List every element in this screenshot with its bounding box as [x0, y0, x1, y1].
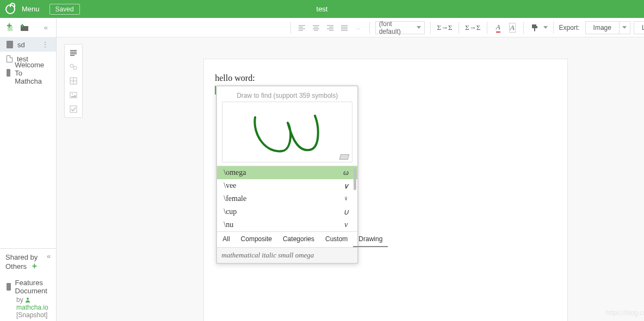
svg-point-1: [70, 64, 73, 67]
text-tool-icon[interactable]: [68, 48, 79, 58]
tree-item-label: sd: [17, 41, 25, 49]
document-icon: [7, 41, 13, 48]
highlight-color-icon[interactable]: A: [507, 22, 518, 34]
result-item-female[interactable]: \female ♀: [217, 192, 357, 205]
new-file-icon[interactable]: [5, 23, 15, 33]
align-center-icon[interactable]: [311, 22, 321, 34]
tab-custom[interactable]: Custom: [320, 232, 353, 247]
export-image-button[interactable]: Image: [585, 21, 630, 34]
scrollbar-thumb[interactable]: [354, 168, 356, 190]
saved-status-button[interactable]: Saved: [49, 4, 80, 15]
app-logo-icon: [5, 4, 15, 14]
table-tool-icon[interactable]: [68, 76, 79, 86]
watermark-text: https://blog.csdn.net/×@51CTO博客: [606, 309, 644, 318]
sigma-transform-icon[interactable]: Σ→Σ: [436, 22, 453, 34]
format-toolbar: ... (font default) Σ→Σ Σ→Σ A A Expo: [57, 18, 644, 37]
image-tool-icon[interactable]: [68, 90, 79, 100]
symbol-description: mathematical italic small omega: [217, 247, 357, 263]
svg-rect-6: [70, 106, 77, 112]
result-item-omega[interactable]: \omega ω: [217, 166, 357, 179]
tab-all[interactable]: All: [217, 232, 235, 247]
popup-tabs: All Composite Categories Custom Drawing: [217, 231, 357, 247]
caret-down-icon[interactable]: [543, 26, 548, 29]
main-area: ... (font default) Σ→Σ Σ→Σ A A Expo: [57, 18, 644, 321]
shared-doc-label: Features Document: [15, 279, 50, 295]
caret-down-icon: [622, 26, 627, 29]
shared-doc-meta: by mathcha.io [Snapshot]: [0, 296, 56, 321]
collapse-sidebar-icon[interactable]: «: [41, 23, 51, 33]
export-label: Export:: [559, 24, 580, 32]
tree-item-label: Welcome To Mathcha: [15, 61, 49, 85]
eraser-icon[interactable]: [339, 154, 350, 160]
document-text-line: hello word:: [215, 73, 556, 83]
align-justify-icon[interactable]: [339, 22, 350, 34]
shapes-tool-icon[interactable]: [68, 62, 79, 72]
align-right-icon[interactable]: [325, 22, 336, 34]
ellipsis-icon[interactable]: ...: [353, 22, 364, 34]
sidebar-tools: «: [0, 18, 56, 37]
add-shared-icon[interactable]: +: [32, 261, 37, 270]
document-icon: [7, 69, 10, 77]
results-list: \omega ω \vee ∨ \female ♀ \cup ∪: [217, 166, 357, 231]
svg-point-5: [72, 93, 73, 95]
document-title: test: [317, 5, 328, 13]
shared-section: Shared by Others + «: [0, 248, 56, 275]
tree-item-welcome[interactable]: Welcome To Mathcha: [0, 66, 56, 80]
shared-document-item[interactable]: Features Document: [0, 275, 56, 296]
draw-canvas[interactable]: [222, 102, 352, 162]
text-color-icon[interactable]: A: [493, 22, 504, 34]
new-folder-icon[interactable]: [20, 23, 29, 33]
format-paint-icon[interactable]: [529, 22, 540, 34]
sigma-transform-alt-icon[interactable]: Σ→Σ: [465, 22, 481, 34]
document-canvas[interactable]: hello word: Draw to find (support 359 sy…: [203, 59, 568, 321]
top-bar: Menu Saved test: [0, 0, 644, 18]
tree-item-sd[interactable]: sd ⋮: [0, 37, 56, 52]
font-select[interactable]: (font default): [375, 21, 425, 34]
checkbox-tool-icon[interactable]: [68, 104, 79, 114]
result-item-vee[interactable]: \vee ∨: [217, 179, 357, 192]
menu-button[interactable]: Menu: [22, 5, 40, 13]
shared-author: mathcha.io: [16, 304, 48, 311]
draw-hint: Draw to find (support 359 symbols): [217, 86, 357, 102]
shared-snapshot: [Snapshot]: [16, 311, 47, 319]
export-latex-button[interactable]: Latex: [634, 21, 644, 34]
tab-drawing[interactable]: Drawing: [353, 232, 388, 247]
caret-down-icon: [417, 26, 421, 29]
tab-categories[interactable]: Categories: [277, 232, 320, 247]
tab-composite[interactable]: Composite: [236, 232, 277, 247]
result-item-nu[interactable]: \nu ν: [217, 218, 357, 231]
collapse-shared-icon[interactable]: «: [47, 252, 51, 260]
align-left-icon[interactable]: [296, 22, 307, 34]
document-icon: [7, 283, 11, 291]
sidebar: « sd ⋮ test Welcome To Mathcha Shared by…: [0, 18, 57, 321]
svg-point-2: [73, 66, 77, 70]
document-tree: sd ⋮ test Welcome To Mathcha: [0, 37, 56, 248]
symbol-finder-popup: Draw to find (support 359 symbols) \omeg…: [216, 85, 358, 264]
result-item-cup[interactable]: \cup ∪: [217, 205, 357, 218]
file-icon: [7, 55, 13, 62]
tool-palette: [64, 44, 83, 118]
svg-point-0: [27, 298, 29, 300]
more-icon[interactable]: ⋮: [41, 40, 49, 49]
